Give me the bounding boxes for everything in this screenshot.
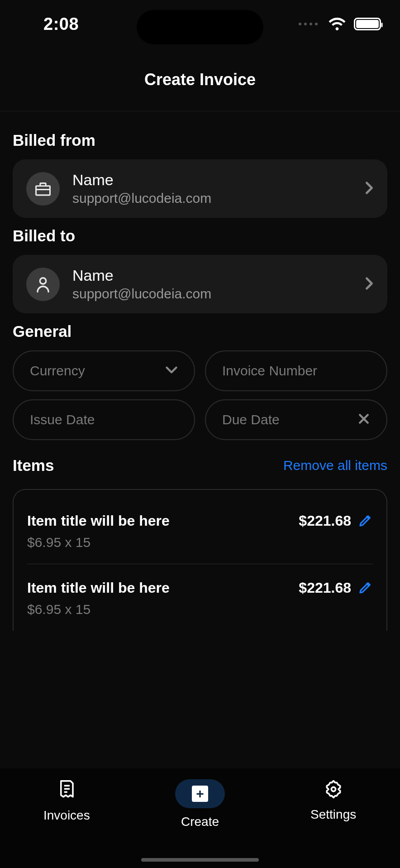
tab-invoices[interactable]: Invoices — [0, 779, 133, 823]
plus-icon: + — [192, 786, 208, 802]
tab-settings-label: Settings — [310, 807, 356, 822]
billed-from-card[interactable]: Name support@lucodeia.com — [13, 159, 387, 218]
billed-from-text: Name support@lucodeia.com — [72, 171, 352, 206]
notch — [137, 10, 263, 44]
person-icon — [26, 268, 60, 301]
items-header: Items Remove all items — [13, 456, 387, 475]
tab-settings[interactable]: Settings — [267, 779, 400, 822]
content: Billed from Name support@lucodeia.com Bi… — [0, 111, 400, 631]
issue-date-label: Issue Date — [30, 412, 95, 427]
svg-rect-0 — [36, 186, 50, 195]
invoices-icon — [57, 779, 76, 802]
item-title: Item title will be here — [27, 513, 170, 529]
remove-all-items-link[interactable]: Remove all items — [283, 458, 387, 473]
battery-icon — [354, 18, 381, 30]
cellular-dots-icon — [299, 23, 318, 25]
currency-select[interactable]: Currency — [13, 350, 195, 391]
tab-invoices-label: Invoices — [43, 808, 90, 823]
item-row[interactable]: Item title will be here $221.68 $6.95 x … — [27, 497, 373, 564]
items-title: Items — [13, 456, 54, 475]
status-right — [299, 18, 381, 30]
edit-icon[interactable] — [358, 580, 373, 596]
billed-to-text: Name support@lucodeia.com — [72, 267, 352, 302]
chevron-right-icon — [365, 181, 374, 197]
item-subtotal: $6.95 x 15 — [27, 602, 373, 617]
items-card: Item title will be here $221.68 $6.95 x … — [13, 489, 387, 631]
currency-label: Currency — [30, 363, 85, 379]
invoice-number-label: Invoice Number — [222, 363, 317, 379]
general-title: General — [13, 322, 387, 340]
tab-create-label: Create — [181, 815, 219, 829]
briefcase-icon — [26, 172, 60, 206]
item-subtotal: $6.95 x 15 — [27, 535, 373, 550]
billed-from-title: Billed from — [13, 131, 387, 149]
item-amount: $221.68 — [299, 580, 351, 596]
svg-point-8 — [331, 787, 335, 791]
billed-from-name: Name — [72, 171, 352, 189]
gear-icon — [324, 779, 343, 801]
chevron-down-icon — [165, 366, 178, 376]
due-date-input[interactable]: Due Date — [205, 399, 387, 440]
billed-to-title: Billed to — [13, 227, 387, 245]
status-bar: 2:08 — [0, 0, 400, 48]
tab-create[interactable]: + Create — [134, 779, 266, 829]
billed-to-email: support@lucodeia.com — [72, 286, 352, 302]
close-icon[interactable] — [357, 412, 370, 427]
billed-from-email: support@lucodeia.com — [72, 191, 352, 206]
issue-date-input[interactable]: Issue Date — [13, 399, 195, 440]
item-title: Item title will be here — [27, 580, 170, 596]
svg-point-2 — [40, 278, 46, 284]
due-date-label: Due Date — [222, 412, 280, 427]
billed-to-card[interactable]: Name support@lucodeia.com — [13, 255, 387, 313]
item-amount: $221.68 — [299, 513, 351, 529]
status-time: 2:08 — [43, 14, 79, 34]
item-row[interactable]: Item title will be here $221.68 $6.95 x … — [27, 564, 373, 631]
create-button[interactable]: + — [175, 779, 225, 808]
edit-icon[interactable] — [358, 513, 373, 529]
billed-to-name: Name — [72, 267, 352, 284]
wifi-icon — [329, 18, 346, 30]
tab-bar: Invoices + Create Settings — [0, 768, 400, 868]
header: Create Invoice — [0, 48, 400, 111]
home-indicator[interactable] — [141, 858, 259, 862]
chevron-right-icon — [365, 277, 374, 292]
invoice-number-input[interactable]: Invoice Number — [205, 350, 387, 391]
page-title: Create Invoice — [144, 70, 256, 89]
